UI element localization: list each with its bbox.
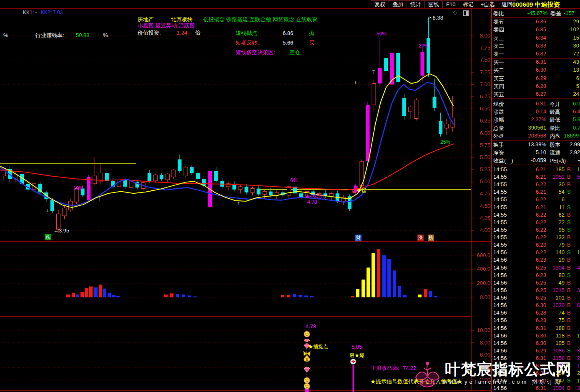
info-text: 空仓 (289, 50, 300, 55)
menu-item-画线[interactable]: 画线 (424, 0, 443, 8)
level-label: 买二 (493, 67, 504, 74)
ask-row: 卖二6.3330 (491, 42, 580, 50)
tick-direction: B (567, 257, 571, 263)
axis-label: 6.75 (474, 94, 490, 100)
tick-time: 14:56 (493, 370, 507, 376)
signal-text: 主浪收益率: (371, 365, 399, 371)
tick-time: 14:55 (493, 174, 507, 180)
signal-marker: † (237, 201, 240, 206)
level-volume: 43 (550, 59, 579, 65)
level-price: 6.30 (517, 67, 546, 73)
tick-row: 14:566.31188B (491, 325, 580, 333)
quote-value: 6.31 (505, 100, 546, 107)
quote-row: 现价6.31今开6.0 (491, 100, 580, 108)
quote-value: 2.99 (570, 141, 580, 147)
weibi-value: -45.67% (514, 10, 547, 16)
chart-annotation: 10% (73, 185, 83, 191)
tick-count: 1 (577, 362, 580, 369)
level-label: 卖二 (493, 42, 504, 50)
bid-row: 买三6.296 (491, 75, 580, 83)
split-view-icon[interactable] (463, 10, 469, 16)
weibi-row: 委比-45.67%委差-157 (491, 10, 580, 18)
tick-volume: 80 (535, 272, 565, 278)
menu-item-统计[interactable]: 统计 (407, 0, 425, 8)
tick-count: 2 (577, 355, 580, 361)
quote-label: 股本 (550, 141, 560, 149)
axis-label: 8.00 (474, 340, 490, 346)
tick-volume: 185 (535, 166, 565, 172)
bid-row: 买五6.2724 (491, 91, 580, 99)
tick-direction: S (567, 189, 571, 195)
tick-direction: B (567, 166, 571, 172)
quote-row: 换手13.38%股本2.99 (491, 141, 580, 149)
level-price: 6.31 (517, 59, 546, 65)
tick-volume: 6 (535, 196, 565, 202)
chart-annotation: ★爆 (357, 188, 367, 194)
tick-volume: 188 (535, 325, 565, 331)
menu-item-叠加[interactable]: 叠加 (389, 0, 407, 8)
tick-row: 14:556.2222S (491, 219, 580, 227)
tick-count: 5 (577, 174, 580, 180)
tick-time: 14:56 (493, 302, 507, 308)
level-label: 卖一 (493, 50, 504, 58)
menu-item-F10[interactable]: F10 (442, 0, 459, 8)
tick-row: 14:556.22133B (491, 234, 580, 242)
tick-count: 6 (577, 302, 580, 308)
quote-value: 13.38% (505, 141, 546, 147)
diamond-icon[interactable]: ◇ (453, 9, 457, 15)
tick-count: 1 (577, 166, 580, 172)
level-price: 6.29 (517, 75, 546, 81)
tick-direction: B (567, 174, 571, 180)
tick-direction: B (567, 295, 571, 301)
tick-direction: B (567, 385, 571, 391)
info-text: % (3, 32, 8, 38)
quote-value: 6.0 (573, 100, 580, 107)
quote-label: PE(动) (550, 157, 566, 165)
quote-label: 净资 (493, 149, 504, 157)
signal-marker: † (98, 197, 101, 201)
level-price: 6.28 (517, 83, 546, 89)
level-label: 买五 (493, 91, 504, 98)
quote-value: 5.10 (505, 149, 546, 155)
weicha-label: 委差 (550, 10, 561, 17)
info-text: 短线多空决策区: (236, 50, 275, 55)
tick-row: 14:556.2230B (491, 181, 580, 189)
quote-row: 净资5.10流通2.92 (491, 149, 580, 157)
level-volume: 6 (550, 75, 579, 81)
level-volume: 102 (550, 26, 579, 32)
badge-跌[interactable]: 跌 (45, 234, 51, 240)
tick-time: 14:55 (493, 227, 507, 233)
quote-label: 外盘 (493, 132, 504, 140)
menu-item-标记[interactable]: 标记 (459, 0, 477, 8)
badge-涨[interactable]: 涨 (417, 235, 424, 241)
quote-value: 5.9 (573, 116, 580, 122)
quote-row: 涨幅2.27%最低5.9 (491, 116, 580, 124)
menu-item-复权[interactable]: 复权 (371, 0, 389, 8)
tick-time: 14:55 (493, 219, 507, 225)
axis-label: 4.50 (474, 203, 490, 209)
ask-row: 卖三6.3415 (491, 35, 580, 42)
ask-row: 卖一6.3272 (491, 50, 580, 58)
tick-direction: S (567, 347, 571, 354)
tick-time: 14:55 (493, 189, 507, 195)
chart-annotation: ~8.38 (429, 15, 443, 21)
tick-volume: 74 (535, 310, 565, 316)
badge-榜[interactable]: 榜 (428, 235, 434, 241)
tick-time: 14:56 (493, 317, 507, 323)
level-price: 6.32 (517, 50, 546, 57)
level-volume: 15 (550, 35, 579, 41)
tick-row: 14:556.2111S (491, 204, 580, 212)
tick-row: 14:566.2549B (491, 280, 580, 287)
tick-row: 14:566.31847S1 (491, 362, 580, 370)
quote-label: 涨跌 (493, 108, 504, 116)
signal-marker: ⊥ (45, 208, 50, 213)
tick-time: 14:56 (493, 295, 507, 301)
axis-label: 5.00 (474, 179, 490, 185)
quote-label: 最高 (550, 108, 560, 116)
tick-volume: 1015 (535, 287, 565, 293)
badge-财[interactable]: 财 (355, 235, 362, 241)
tick-direction: B (567, 280, 571, 286)
signal-marker: T (372, 70, 375, 75)
tick-volume: 1304 (535, 265, 565, 271)
tick-volume: 847 (535, 362, 565, 369)
